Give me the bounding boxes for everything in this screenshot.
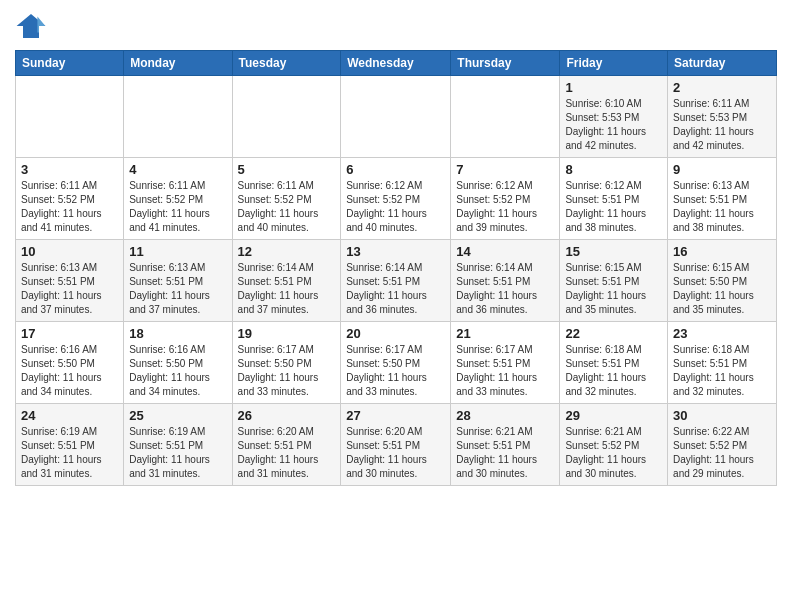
calendar-cell: 13Sunrise: 6:14 AMSunset: 5:51 PMDayligh… [341, 240, 451, 322]
day-info: Sunrise: 6:15 AMSunset: 5:50 PMDaylight:… [673, 261, 771, 317]
calendar-cell: 15Sunrise: 6:15 AMSunset: 5:51 PMDayligh… [560, 240, 668, 322]
day-info: Sunrise: 6:20 AMSunset: 5:51 PMDaylight:… [238, 425, 336, 481]
day-number: 7 [456, 162, 554, 177]
day-header-monday: Monday [124, 51, 232, 76]
logo-icon [15, 10, 47, 42]
day-number: 20 [346, 326, 445, 341]
calendar-cell [16, 76, 124, 158]
day-number: 5 [238, 162, 336, 177]
calendar-cell [341, 76, 451, 158]
calendar-cell: 7Sunrise: 6:12 AMSunset: 5:52 PMDaylight… [451, 158, 560, 240]
day-info: Sunrise: 6:19 AMSunset: 5:51 PMDaylight:… [129, 425, 226, 481]
calendar-cell: 21Sunrise: 6:17 AMSunset: 5:51 PMDayligh… [451, 322, 560, 404]
day-info: Sunrise: 6:13 AMSunset: 5:51 PMDaylight:… [21, 261, 118, 317]
calendar-cell: 8Sunrise: 6:12 AMSunset: 5:51 PMDaylight… [560, 158, 668, 240]
calendar-cell: 28Sunrise: 6:21 AMSunset: 5:51 PMDayligh… [451, 404, 560, 486]
calendar-table: SundayMondayTuesdayWednesdayThursdayFrid… [15, 50, 777, 486]
day-number: 1 [565, 80, 662, 95]
day-info: Sunrise: 6:19 AMSunset: 5:51 PMDaylight:… [21, 425, 118, 481]
day-number: 9 [673, 162, 771, 177]
day-info: Sunrise: 6:17 AMSunset: 5:50 PMDaylight:… [346, 343, 445, 399]
week-row-4: 24Sunrise: 6:19 AMSunset: 5:51 PMDayligh… [16, 404, 777, 486]
day-number: 25 [129, 408, 226, 423]
day-info: Sunrise: 6:12 AMSunset: 5:51 PMDaylight:… [565, 179, 662, 235]
calendar-cell [124, 76, 232, 158]
calendar-cell: 16Sunrise: 6:15 AMSunset: 5:50 PMDayligh… [668, 240, 777, 322]
calendar-cell: 5Sunrise: 6:11 AMSunset: 5:52 PMDaylight… [232, 158, 341, 240]
day-info: Sunrise: 6:21 AMSunset: 5:52 PMDaylight:… [565, 425, 662, 481]
calendar-cell: 27Sunrise: 6:20 AMSunset: 5:51 PMDayligh… [341, 404, 451, 486]
day-header-saturday: Saturday [668, 51, 777, 76]
logo [15, 10, 53, 42]
calendar-cell: 18Sunrise: 6:16 AMSunset: 5:50 PMDayligh… [124, 322, 232, 404]
day-number: 21 [456, 326, 554, 341]
day-number: 28 [456, 408, 554, 423]
day-info: Sunrise: 6:14 AMSunset: 5:51 PMDaylight:… [456, 261, 554, 317]
calendar-cell: 19Sunrise: 6:17 AMSunset: 5:50 PMDayligh… [232, 322, 341, 404]
week-row-2: 10Sunrise: 6:13 AMSunset: 5:51 PMDayligh… [16, 240, 777, 322]
calendar-cell: 25Sunrise: 6:19 AMSunset: 5:51 PMDayligh… [124, 404, 232, 486]
calendar-cell: 24Sunrise: 6:19 AMSunset: 5:51 PMDayligh… [16, 404, 124, 486]
day-info: Sunrise: 6:14 AMSunset: 5:51 PMDaylight:… [346, 261, 445, 317]
day-info: Sunrise: 6:11 AMSunset: 5:53 PMDaylight:… [673, 97, 771, 153]
calendar-cell: 11Sunrise: 6:13 AMSunset: 5:51 PMDayligh… [124, 240, 232, 322]
day-number: 16 [673, 244, 771, 259]
day-number: 11 [129, 244, 226, 259]
day-info: Sunrise: 6:15 AMSunset: 5:51 PMDaylight:… [565, 261, 662, 317]
day-info: Sunrise: 6:14 AMSunset: 5:51 PMDaylight:… [238, 261, 336, 317]
calendar-cell: 17Sunrise: 6:16 AMSunset: 5:50 PMDayligh… [16, 322, 124, 404]
header [15, 10, 777, 42]
day-header-thursday: Thursday [451, 51, 560, 76]
day-header-tuesday: Tuesday [232, 51, 341, 76]
calendar-cell: 1Sunrise: 6:10 AMSunset: 5:53 PMDaylight… [560, 76, 668, 158]
day-number: 17 [21, 326, 118, 341]
day-number: 22 [565, 326, 662, 341]
calendar-cell: 2Sunrise: 6:11 AMSunset: 5:53 PMDaylight… [668, 76, 777, 158]
day-info: Sunrise: 6:12 AMSunset: 5:52 PMDaylight:… [456, 179, 554, 235]
day-info: Sunrise: 6:16 AMSunset: 5:50 PMDaylight:… [129, 343, 226, 399]
day-info: Sunrise: 6:16 AMSunset: 5:50 PMDaylight:… [21, 343, 118, 399]
calendar-header: SundayMondayTuesdayWednesdayThursdayFrid… [16, 51, 777, 76]
calendar-cell: 20Sunrise: 6:17 AMSunset: 5:50 PMDayligh… [341, 322, 451, 404]
day-number: 29 [565, 408, 662, 423]
calendar-body: 1Sunrise: 6:10 AMSunset: 5:53 PMDaylight… [16, 76, 777, 486]
calendar-cell: 6Sunrise: 6:12 AMSunset: 5:52 PMDaylight… [341, 158, 451, 240]
calendar-cell: 26Sunrise: 6:20 AMSunset: 5:51 PMDayligh… [232, 404, 341, 486]
day-header-sunday: Sunday [16, 51, 124, 76]
calendar-cell: 10Sunrise: 6:13 AMSunset: 5:51 PMDayligh… [16, 240, 124, 322]
calendar-cell: 22Sunrise: 6:18 AMSunset: 5:51 PMDayligh… [560, 322, 668, 404]
week-row-3: 17Sunrise: 6:16 AMSunset: 5:50 PMDayligh… [16, 322, 777, 404]
day-number: 19 [238, 326, 336, 341]
svg-marker-1 [37, 16, 45, 32]
day-header-friday: Friday [560, 51, 668, 76]
day-info: Sunrise: 6:20 AMSunset: 5:51 PMDaylight:… [346, 425, 445, 481]
day-info: Sunrise: 6:11 AMSunset: 5:52 PMDaylight:… [21, 179, 118, 235]
day-info: Sunrise: 6:18 AMSunset: 5:51 PMDaylight:… [673, 343, 771, 399]
day-number: 30 [673, 408, 771, 423]
day-info: Sunrise: 6:21 AMSunset: 5:51 PMDaylight:… [456, 425, 554, 481]
calendar-cell [232, 76, 341, 158]
day-info: Sunrise: 6:11 AMSunset: 5:52 PMDaylight:… [238, 179, 336, 235]
calendar-cell: 29Sunrise: 6:21 AMSunset: 5:52 PMDayligh… [560, 404, 668, 486]
calendar-cell: 4Sunrise: 6:11 AMSunset: 5:52 PMDaylight… [124, 158, 232, 240]
day-number: 23 [673, 326, 771, 341]
day-number: 26 [238, 408, 336, 423]
day-info: Sunrise: 6:12 AMSunset: 5:52 PMDaylight:… [346, 179, 445, 235]
day-info: Sunrise: 6:17 AMSunset: 5:50 PMDaylight:… [238, 343, 336, 399]
calendar-cell: 3Sunrise: 6:11 AMSunset: 5:52 PMDaylight… [16, 158, 124, 240]
day-number: 3 [21, 162, 118, 177]
day-header-wednesday: Wednesday [341, 51, 451, 76]
day-header-row: SundayMondayTuesdayWednesdayThursdayFrid… [16, 51, 777, 76]
day-info: Sunrise: 6:10 AMSunset: 5:53 PMDaylight:… [565, 97, 662, 153]
day-number: 4 [129, 162, 226, 177]
page: SundayMondayTuesdayWednesdayThursdayFrid… [0, 0, 792, 612]
day-number: 18 [129, 326, 226, 341]
day-number: 10 [21, 244, 118, 259]
day-info: Sunrise: 6:18 AMSunset: 5:51 PMDaylight:… [565, 343, 662, 399]
day-number: 14 [456, 244, 554, 259]
day-number: 13 [346, 244, 445, 259]
calendar-cell [451, 76, 560, 158]
day-number: 8 [565, 162, 662, 177]
calendar-cell: 12Sunrise: 6:14 AMSunset: 5:51 PMDayligh… [232, 240, 341, 322]
day-info: Sunrise: 6:22 AMSunset: 5:52 PMDaylight:… [673, 425, 771, 481]
